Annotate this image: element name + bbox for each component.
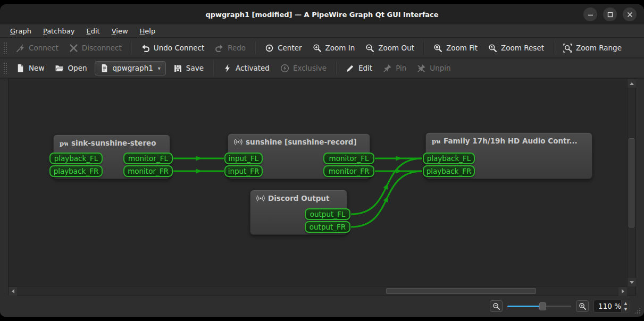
toolbar-label: Save — [186, 64, 204, 72]
link-arrow-icon — [383, 182, 390, 190]
toolbar-button-pin[interactable]: Pin — [378, 61, 412, 76]
spin-up-button[interactable]: ▲ — [622, 300, 630, 306]
central-area: pwsink-sunshine-stereoplayback_FLplaybac… — [0, 79, 644, 295]
toolbar-label: Activated — [236, 64, 270, 72]
menu-item-graph[interactable]: Graph — [4, 26, 37, 37]
toolbar-main: ConnectDisconnectUndo ConnectRedoCenterZ… — [0, 38, 644, 58]
toolbar-button-edit[interactable]: Edit — [340, 61, 378, 76]
horizontal-scrollbar[interactable] — [9, 286, 627, 295]
canvas-frame: pwsink-sunshine-stereoplayback_FLplaybac… — [8, 79, 636, 295]
zoom-out-button[interactable] — [490, 300, 503, 312]
close-button[interactable] — [623, 7, 637, 21]
zoom-fit-icon — [433, 44, 442, 53]
scroll-right-button[interactable] — [618, 287, 627, 295]
port-sunshine-monitor-fr[interactable]: monitor_FR — [323, 165, 374, 177]
toolbar-label: New — [29, 64, 44, 72]
port-sunshine-input-fl[interactable]: input_FL — [224, 153, 263, 164]
toolbar-button-zoom-reset[interactable]: Zoom Reset — [483, 40, 549, 56]
toolbar-button-connect[interactable]: Connect — [11, 40, 64, 56]
port-discord-output-fr[interactable]: output_FR — [305, 221, 350, 233]
maximize-button[interactable] — [603, 7, 617, 21]
toolbar-button-zoom-in[interactable]: Zoom In — [307, 40, 361, 56]
link-arrow-icon — [196, 156, 202, 161]
toolbar-button-center[interactable]: Center — [260, 40, 307, 56]
center-icon — [265, 44, 274, 53]
resize-grip[interactable] — [634, 307, 641, 314]
connection-links — [9, 79, 627, 286]
toolbar-button-undo-connect[interactable]: Undo Connect — [136, 40, 210, 56]
spin-down-button[interactable]: ▼ — [622, 306, 630, 312]
toolbar-button-open[interactable]: Open — [49, 61, 92, 76]
toolbar-button-redo[interactable]: Redo — [210, 40, 251, 56]
toolbar-separator — [255, 41, 256, 54]
graph-canvas[interactable]: pwsink-sunshine-stereoplayback_FLplaybac… — [9, 79, 627, 286]
zoom-in-icon — [313, 44, 322, 53]
toolbar-drag-handle[interactable] — [3, 42, 7, 54]
toolbar-button-zoom-out[interactable]: Zoom Out — [360, 40, 420, 56]
toolbar-separator — [213, 62, 214, 74]
toolbar-button-exclusive[interactable]: Exclusive — [275, 61, 332, 76]
zoom-in-icon — [579, 302, 587, 310]
toolbar-label: Redo — [228, 44, 246, 52]
port-sink-monitor-fl[interactable]: monitor_FL — [123, 153, 173, 164]
menu-item-help[interactable]: Help — [134, 26, 162, 37]
session-file-icon — [100, 64, 109, 73]
port-sink-playback-fr[interactable]: playback_FR — [49, 165, 103, 177]
toolbar-button-zoom-range[interactable]: Zoom Range — [558, 40, 627, 56]
toolbar-button-save[interactable]: Save — [168, 61, 209, 76]
scroll-down-button[interactable] — [628, 278, 636, 286]
chevron-down-icon: ▾ — [158, 65, 161, 71]
port-sink-monitor-fr[interactable]: monitor_FR — [123, 165, 173, 177]
toolbar-separator — [553, 41, 554, 54]
titlebar[interactable]: qpwgraph1 [modified] — A PipeWire Graph … — [0, 4, 644, 24]
menubar: GraphPatchbayEditViewHelp — [0, 24, 644, 38]
toolbar-button-disconnect[interactable]: Disconnect — [64, 40, 127, 56]
horizontal-scroll-thumb[interactable] — [386, 288, 536, 294]
vertical-scrollbar[interactable] — [627, 79, 635, 286]
new-icon — [16, 64, 25, 73]
zoom-in-button[interactable] — [576, 300, 589, 312]
menu-item-view[interactable]: View — [106, 26, 134, 37]
link-arrow-icon — [196, 169, 202, 174]
port-discord-output-fl[interactable]: output_FL — [305, 208, 350, 220]
port-family-playback-fl[interactable]: playback_FL — [423, 153, 475, 164]
toolbar-label: Pin — [396, 64, 406, 72]
arrow-up-icon — [630, 82, 634, 85]
toolbar-dropdown-qpwgraph1[interactable]: qpwgraph1▾ — [95, 61, 166, 75]
redo-icon — [215, 44, 224, 53]
toolbar-label: Zoom Reset — [501, 44, 544, 52]
scroll-up-button[interactable] — [628, 79, 636, 88]
menu-item-patchbay[interactable]: Patchbay — [37, 26, 81, 37]
toolbar-button-zoom-fit[interactable]: Zoom Fit — [428, 40, 483, 56]
toolbar-label: Center — [278, 44, 302, 52]
save-icon — [173, 64, 182, 73]
toolbar-button-activated[interactable]: Activated — [218, 61, 275, 76]
toolbar-button-unpin[interactable]: Unpin — [412, 61, 456, 76]
zoom-slider[interactable] — [507, 301, 571, 311]
port-sink-playback-fl[interactable]: playback_FL — [49, 153, 103, 164]
toolbar-separator — [131, 41, 132, 54]
vertical-scroll-thumb[interactable] — [629, 138, 634, 227]
toolbar-button-new[interactable]: New — [11, 61, 49, 76]
spin-buttons: ▲ ▼ — [621, 300, 630, 312]
scroll-left-button[interactable] — [9, 287, 17, 295]
port-sunshine-input-fr[interactable]: input_FR — [224, 165, 263, 177]
toolbar-drag-handle[interactable] — [3, 62, 7, 74]
scrollbar-corner — [627, 286, 635, 295]
toolbar-label: Zoom Out — [378, 44, 414, 52]
slider-handle[interactable] — [539, 302, 546, 310]
port-family-playback-fr[interactable]: playback_FR — [423, 165, 475, 177]
port-sunshine-monitor-fl[interactable]: monitor_FL — [323, 153, 374, 164]
minimize-button[interactable] — [583, 7, 597, 21]
edit-icon — [346, 64, 355, 73]
toolbar-label: Edit — [358, 64, 372, 72]
toolbar-label: Connect — [29, 44, 58, 52]
link-arrow-icon — [396, 156, 402, 161]
minimize-icon — [588, 12, 593, 18]
maximize-icon — [607, 12, 613, 18]
statusbar: 110 % ▲ ▼ — [0, 295, 644, 317]
menu-item-edit[interactable]: Edit — [81, 26, 106, 37]
zoom-out-icon — [365, 44, 374, 53]
zoom-spinbox[interactable]: 110 % ▲ ▼ — [593, 300, 630, 312]
toolbar-label: qpwgraph1 — [113, 64, 153, 72]
